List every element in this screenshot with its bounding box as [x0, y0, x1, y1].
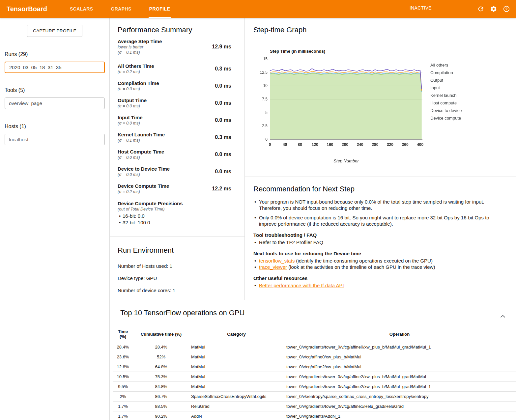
hosts-value: localhost — [9, 137, 28, 142]
capture-profile-button[interactable]: CAPTURE PROFILE — [27, 25, 82, 37]
metric-label: All Others Time — [118, 63, 215, 69]
environment-line: Number of device cores: 1 — [118, 288, 237, 293]
table-row: 2% 86.7% SparseSoftmaxCrossEntropyWithLo… — [113, 392, 516, 402]
metric-item: Host Compute Time (σ = 0.0 ms) 0.0 ms — [118, 149, 231, 160]
nav-tab-label: PROFILE — [149, 6, 170, 12]
metric-label: Average Step Time — [118, 38, 162, 44]
average-step-time: Average Step Time lower is better (σ = 0… — [118, 38, 231, 55]
svg-text:?: ? — [505, 7, 508, 11]
cell-time-percent: 9.5% — [113, 382, 132, 392]
metric-label: Kernel Launch Time — [118, 131, 215, 138]
table-row: 9.5% 84.8% MatMul tower_0/v/gradients/to… — [113, 382, 516, 392]
environment-line: Device type: GPU — [118, 275, 237, 281]
text-link[interactable]: Better performance with the tf.data API — [259, 283, 344, 288]
subsection-item: Better performance with the tf.data API — [253, 282, 502, 289]
run-environment-section: Run Environment Number of Hosts used: 1D… — [110, 237, 244, 293]
metric-value: 0.3 ms — [215, 66, 231, 72]
subsection-item: trace_viewer (look at the activities on … — [253, 264, 502, 270]
metric-sigma: (σ = 0.1 ms) — [118, 50, 162, 55]
step-time-graph-section: Step-time Graph Step Time (in millisecon… — [245, 18, 516, 177]
refresh-icon[interactable] — [476, 5, 485, 13]
faq-subsection: Tool troubleshooting / FAQ Refer to the … — [253, 232, 502, 245]
performance-summary-title: Performance Summary — [118, 26, 231, 34]
chart-legend: All others Compilation Outpu — [430, 49, 462, 163]
item-text: (identify the time-consuming operations … — [295, 258, 433, 264]
cell-cumulative-percent: 28.4% — [132, 342, 190, 352]
settings-gear-icon[interactable] — [489, 5, 498, 13]
metric-label: Input Time — [118, 114, 215, 121]
cell-category: AddN — [190, 411, 283, 420]
legend-label: Kernel launch — [430, 93, 457, 98]
cell-time-percent: 28.4% — [113, 342, 132, 352]
legend-item: Output — [430, 78, 462, 83]
chart-title: Step Time (in milliseconds) — [270, 49, 425, 54]
recommendation-bullet: Only 0.0% of device computation is 16 bi… — [253, 214, 502, 227]
run-environment-title: Run Environment — [118, 246, 237, 255]
nav-tab-label: SCALARS — [70, 6, 93, 12]
table-column-header: Operation — [283, 327, 516, 342]
table-row: 10.5% 75.3% MatMul tower_0/v/gradients/t… — [113, 372, 516, 382]
recommendation-title: Recommendation for Next Step — [253, 185, 502, 193]
cell-cumulative-percent: 90.2% — [132, 411, 190, 420]
step-time-graph-title: Step-time Graph — [253, 26, 516, 34]
table-row: 28.4% 28.4% MatMul tower_0/v/gradients/t… — [113, 342, 516, 352]
cell-operation: tower_0/v/gradients/tower_0/v/cg/affine2… — [283, 372, 516, 382]
nav-tab[interactable]: PROFILE — [145, 0, 175, 18]
cell-operation: tower_0/v/cg/affine2/xw_plus_b/MatMul — [283, 362, 516, 372]
metric-sigma: (σ = 0.0 ms) — [118, 103, 215, 109]
recommendation-section: Recommendation for Next Step Your progra… — [245, 177, 516, 299]
table-row: 1.7% 90.2% AddN tower_0/v/gradients/AddN… — [113, 411, 516, 420]
cell-cumulative-percent: 52% — [132, 352, 190, 362]
metric-value: 12.9 ms — [212, 44, 231, 50]
hosts-dropdown[interactable]: localhost — [5, 134, 105, 145]
cell-time-percent: 1.7% — [113, 411, 132, 420]
tools-dropdown[interactable]: overview_page — [5, 98, 105, 109]
cell-category: MatMul — [190, 362, 283, 372]
status-value: INACTIVE — [410, 5, 432, 11]
cell-category: MatMul — [190, 372, 283, 382]
chart-area: Step Time (in milliseconds) Step Number — [259, 49, 425, 163]
metric-label: Device to Device Time — [118, 166, 215, 172]
cell-cumulative-percent: 86.7% — [132, 392, 190, 402]
nav-tab-label: GRAPHS — [111, 6, 131, 12]
nav-tab[interactable]: SCALARS — [65, 0, 98, 18]
metric-item: Output Time (σ = 0.0 ms) 0.0 ms — [118, 97, 231, 109]
subsection-item: Refer to the TF2 Profiler FAQ — [253, 239, 502, 245]
legend-label: Input — [430, 85, 440, 90]
metric-value: 0.0 ms — [215, 100, 231, 106]
text-link[interactable]: trace_viewer — [259, 264, 287, 270]
runs-value: 2020_03_05_18_31_35 — [9, 65, 62, 70]
item-text: Refer to the TF2 Profiler FAQ — [259, 239, 323, 245]
metric-label: Output Time — [118, 97, 215, 103]
cell-category: MatMul — [190, 382, 283, 392]
runs-dropdown[interactable]: 2020_03_05_18_31_35 — [5, 62, 105, 73]
metric-sigma: (σ = 0.0 ms) — [118, 155, 215, 160]
recommendation-bullet: Your program is NOT input-bound because … — [253, 199, 502, 211]
cell-operation: tower_0/v/gradients/tower_0/v/cg/affine1… — [283, 402, 516, 411]
sidebar: CAPTURE PROFILE Runs (29) 2020_03_05_18_… — [0, 18, 110, 420]
top-ops-table: Time (%)Cumulative time (%)CategoryOpera… — [113, 327, 516, 420]
help-icon[interactable]: ? — [502, 5, 511, 13]
metric-item: All Others Time (σ = 0.2 ms) 0.3 ms — [118, 63, 231, 74]
metric-value: 0.3 ms — [215, 134, 231, 140]
runs-label: Runs (29) — [5, 51, 109, 57]
chart-x-axis-label: Step Number — [270, 158, 422, 163]
metric-sigma: (σ = 0.0 ms) — [118, 121, 215, 126]
next-tools-subsection: Next tools to use for reducing the Devic… — [253, 251, 502, 270]
table-column-header: Category — [190, 327, 283, 342]
cell-operation: tower_0/v/gradients/tower_0/v/cg/affine2… — [283, 382, 516, 392]
nav-tab[interactable]: GRAPHS — [106, 0, 136, 18]
metric-item: Kernel Launch Time (σ = 0.1 ms) 0.3 ms — [118, 131, 231, 143]
cell-category: ReluGrad — [190, 402, 283, 411]
status-dropdown[interactable]: INACTIVE — [409, 5, 467, 13]
hosts-label: Hosts (1) — [5, 124, 109, 129]
table-column-header: Time (%) — [113, 327, 132, 342]
top-ops-section: Top 10 TensorFlow operations on GPU Time… — [110, 300, 516, 420]
nav-tabs: SCALARS GRAPHS PROFILE — [65, 0, 183, 18]
collapse-chevron-icon[interactable] — [499, 312, 507, 321]
metric-value: 12.2 ms — [212, 186, 231, 192]
main-content: Performance Summary Average Step Time lo… — [110, 18, 516, 420]
text-link[interactable]: tensorflow_stats — [259, 258, 295, 264]
device-compute-precisions: Device Compute Precisions (out of Total … — [118, 200, 231, 226]
metric-label: Host Compute Time — [118, 149, 215, 155]
